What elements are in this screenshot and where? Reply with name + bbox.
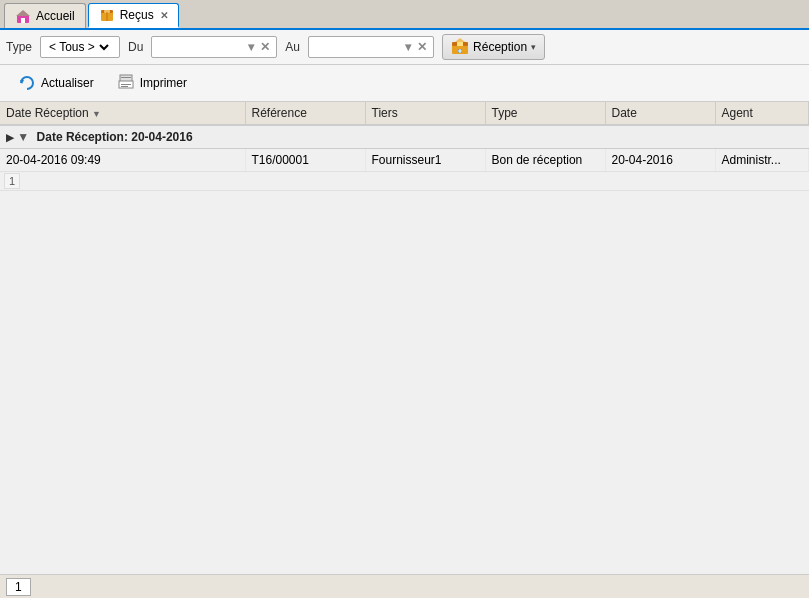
home-icon: [15, 8, 31, 24]
svg-rect-16: [121, 86, 128, 87]
col-header-type[interactable]: Type: [485, 102, 605, 125]
expand-icon[interactable]: ▼: [17, 130, 29, 144]
col-header-date[interactable]: Date: [605, 102, 715, 125]
col-header-agent[interactable]: Agent: [715, 102, 809, 125]
package-icon: [99, 7, 115, 23]
table-container: Date Réception ▼ Référence Tiers Type Da…: [0, 102, 809, 574]
svg-rect-15: [121, 84, 131, 85]
cell-date-reception: 20-04-2016 09:49: [0, 149, 245, 172]
du-date-input[interactable]: [156, 40, 246, 54]
tab-accueil-label: Accueil: [36, 9, 75, 23]
footer-bar: 1: [0, 574, 809, 598]
group-label: Date Réception: 20-04-2016: [37, 130, 193, 144]
col-header-reference[interactable]: Référence: [245, 102, 365, 125]
du-x-icon[interactable]: ✕: [258, 40, 272, 54]
au-clear-icon[interactable]: ▾: [403, 40, 413, 54]
group-row-cell[interactable]: ▶ ▼ Date Réception: 20-04-2016: [0, 125, 809, 149]
cell-agent: Administr...: [715, 149, 809, 172]
actions-toolbar: Actualiser Imprimer: [0, 65, 809, 102]
au-label: Au: [285, 40, 300, 54]
tab-accueil[interactable]: Accueil: [4, 3, 86, 28]
du-label: Du: [128, 40, 143, 54]
col-header-date-reception[interactable]: Date Réception ▼: [0, 102, 245, 125]
au-x-icon[interactable]: ✕: [415, 40, 429, 54]
svg-rect-10: [457, 42, 463, 46]
print-label: Imprimer: [140, 76, 187, 90]
row-count: 1: [4, 173, 20, 189]
refresh-icon: [17, 73, 37, 93]
cell-type: Bon de réception: [485, 149, 605, 172]
group-row: ▶ ▼ Date Réception: 20-04-2016: [0, 125, 809, 149]
tab-bar: Accueil Reçus ✕: [0, 0, 809, 30]
tab-close-icon[interactable]: ✕: [160, 10, 168, 21]
svg-rect-2: [21, 18, 25, 23]
print-button[interactable]: Imprimer: [107, 69, 196, 97]
refresh-button[interactable]: Actualiser: [8, 69, 103, 97]
svg-marker-9: [455, 38, 465, 42]
row-number-row: 1: [0, 172, 809, 191]
page-number: 1: [6, 578, 31, 596]
svg-marker-1: [16, 10, 30, 16]
row-indicator: ▶: [6, 132, 14, 143]
row-number-cell: 1: [0, 172, 245, 191]
reception-label: Réception: [473, 40, 527, 54]
tab-recus-label: Reçus: [120, 8, 154, 22]
table-row[interactable]: 20-04-2016 09:49 T16/00001 Fournisseur1 …: [0, 149, 809, 172]
data-table: Date Réception ▼ Référence Tiers Type Da…: [0, 102, 809, 191]
du-clear-icon[interactable]: ▾: [246, 40, 256, 54]
type-label: Type: [6, 40, 32, 54]
type-select-wrapper[interactable]: < Tous >: [40, 36, 120, 58]
col-header-tiers[interactable]: Tiers: [365, 102, 485, 125]
reception-dropdown-icon: ▾: [531, 42, 536, 52]
print-icon: [116, 73, 136, 93]
type-select[interactable]: < Tous >: [45, 39, 112, 55]
svg-rect-17: [121, 77, 131, 78]
reception-icon: [451, 37, 469, 58]
cell-reference: T16/00001: [245, 149, 365, 172]
refresh-label: Actualiser: [41, 76, 94, 90]
du-date-wrapper[interactable]: ▾ ✕: [151, 36, 277, 58]
cell-date: 20-04-2016: [605, 149, 715, 172]
tab-recus[interactable]: Reçus ✕: [88, 3, 179, 28]
reception-button[interactable]: Réception ▾: [442, 34, 545, 60]
sort-icon: ▼: [92, 109, 101, 119]
cell-tiers: Fournisseur1: [365, 149, 485, 172]
au-date-input[interactable]: [313, 40, 403, 54]
au-date-wrapper[interactable]: ▾ ✕: [308, 36, 434, 58]
table-header-row: Date Réception ▼ Référence Tiers Type Da…: [0, 102, 809, 125]
filter-toolbar: Type < Tous > Du ▾ ✕ Au ▾ ✕ Réception ▾: [0, 30, 809, 65]
